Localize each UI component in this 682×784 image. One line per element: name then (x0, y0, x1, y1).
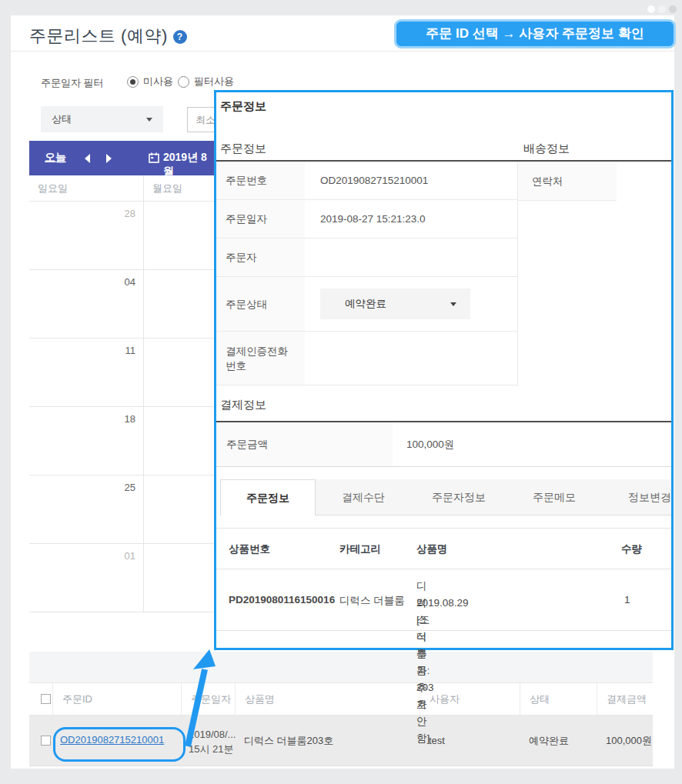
order-table-row: OD2019082715210001 2019/08/...15시 21분 디럭… (29, 716, 653, 766)
calendar-cell[interactable]: 01 (29, 544, 144, 612)
order-product-cell: 디럭스 더블룸203호 (235, 716, 420, 766)
orders-header-id: 주문ID (52, 683, 181, 715)
day-header-sunday: 일요일 (29, 175, 144, 201)
status-select-value: 상태 (52, 113, 72, 125)
info-label: 주문자 (216, 239, 305, 276)
calendar-cell[interactable]: 28 (29, 202, 144, 269)
caret-down-icon (146, 118, 152, 122)
order-amount-row: 주문금액 100,000원 (216, 422, 671, 467)
order-status-select[interactable]: 예약완료 (320, 289, 470, 319)
product-date-line: 2019.08.29 (416, 595, 469, 612)
order-amount-value: 100,000원 (393, 422, 671, 466)
caret-down-icon (450, 302, 456, 306)
chevron-left-icon[interactable] (85, 154, 90, 163)
tab-order-memo[interactable]: 주문메모 (506, 479, 602, 515)
calendar-week-row: 28 (29, 202, 214, 270)
calendar-cell[interactable] (144, 407, 214, 475)
order-amount-cell: 100,000원 (597, 716, 653, 766)
info-label: 주문상태 (216, 277, 305, 331)
title-divider (11, 51, 674, 52)
product-no-cell: PD2019080116150016 (229, 594, 335, 606)
radio-unused[interactable] (127, 76, 139, 88)
order-user-cell: test (420, 716, 520, 766)
calendar-cell[interactable]: 11 (29, 339, 144, 406)
calendar-header-bar: 오늘 2019년 8월 (29, 141, 214, 175)
calendar-cell[interactable] (144, 339, 214, 406)
calendar-week-row: 11 (29, 339, 214, 407)
order-date-line2: 15시 21분 (189, 743, 234, 755)
info-row: 주문상태 예약완료 (216, 277, 517, 332)
info-row: 결제인증전화번호 (216, 332, 517, 385)
chevron-right-icon[interactable] (106, 154, 112, 163)
calendar-cell[interactable]: 04 (29, 270, 144, 338)
order-date-value: 2019-08-27 15:21:23.0 (305, 200, 517, 238)
payment-info-section-title: 결제정보 (220, 398, 266, 412)
calendar-cell[interactable] (144, 270, 214, 338)
info-row: 주문번호 OD2019082715210001 (216, 162, 517, 200)
radio-use-filter-label: 필터사용 (194, 75, 234, 88)
calendar-cell[interactable]: 18 (29, 407, 144, 475)
orders-table-header: 주문ID 주문일자 상품명 사용자 상태 결제금액 (29, 682, 653, 716)
row-checkbox[interactable] (41, 736, 51, 746)
date-filter-radios: 미사용 필터사용 (127, 75, 234, 88)
product-no-header: 상품번호 (229, 529, 270, 570)
callout-banner: 주문 ID 선택 → 사용자 주문정보 확인 (394, 19, 676, 48)
window-dot-icon (647, 5, 655, 13)
calendar-date: 18 (125, 413, 135, 425)
window-dot-icon (658, 5, 666, 13)
day-header-monday: 월요일 (144, 175, 214, 201)
popup-title: 주문정보 (220, 99, 266, 114)
info-row: 주문일자 2019-08-27 15:21:23.0 (216, 200, 517, 239)
calendar-month-label[interactable]: 2019년 8월 (163, 151, 214, 178)
select-all-checkbox[interactable] (41, 694, 51, 704)
delivery-info-column: 연락처 (517, 162, 671, 386)
page-title-text: 주문리스트 (예약) (29, 26, 168, 45)
calendar-cell[interactable]: 25 (29, 475, 144, 543)
calendar-icon (149, 152, 159, 163)
calendar-date: 25 (125, 482, 135, 493)
quantity-header: 수량 (621, 529, 642, 570)
tab-payment-method[interactable]: 결제수단 (316, 479, 411, 515)
orderer-value (305, 239, 517, 276)
info-label: 주문일자 (216, 200, 305, 238)
popup-tabs: 주문정보 결제수단 주문자정보 주문메모 정보변경 (216, 479, 671, 515)
calendar-cell[interactable] (144, 475, 214, 543)
date-filter-label: 주문일자 필터 (41, 76, 104, 90)
order-status-value: 예약완료 (345, 298, 386, 309)
tab-orderer-info[interactable]: 주문자정보 (411, 479, 506, 515)
status-select[interactable]: 상태 (41, 106, 163, 132)
window-dots (647, 5, 677, 13)
order-id-link[interactable]: OD2019082715210001 (60, 734, 164, 746)
order-info-section-title: 주문정보 (220, 142, 266, 156)
window-dot-icon (669, 5, 677, 13)
calendar: 오늘 2019년 8월 일요일 월요일 28 04 11 (29, 141, 214, 612)
category-cell: 디럭스 더블룸 (339, 594, 405, 608)
calendar-week-row: 04 (29, 270, 214, 339)
calendar-week-row: 01 (29, 544, 214, 612)
order-status-cell: 예약완료 (520, 716, 597, 766)
info-row: 주문자 (216, 239, 517, 277)
tab-info-change[interactable]: 정보변경 (602, 479, 671, 515)
orders-header-status: 상태 (520, 683, 597, 715)
orders-toolbar (29, 652, 653, 682)
order-date-cell: 2019/08/...15시 21분 (181, 716, 235, 766)
order-info-table: 주문번호 OD2019082715210001 주문일자 2019-08-27 … (216, 162, 517, 385)
help-icon[interactable]: ? (173, 30, 187, 44)
calendar-week-row: 18 (29, 407, 214, 475)
calendar-date: 04 (125, 276, 135, 288)
orders-header-user: 사용자 (420, 683, 520, 715)
info-label: 결제인증전화번호 (216, 332, 305, 385)
calendar-day-headers: 일요일 월요일 (29, 175, 214, 202)
quantity-cell: 1 (624, 594, 630, 606)
contact-label: 연락처 (518, 162, 617, 201)
order-number-value: OD2019082715210001 (305, 162, 517, 199)
calendar-cell[interactable] (144, 544, 214, 612)
today-button[interactable]: 오늘 (45, 151, 66, 165)
radio-use-filter[interactable] (178, 76, 189, 88)
calendar-date: 28 (125, 208, 135, 219)
tab-order-info[interactable]: 주문정보 (220, 479, 316, 515)
order-amount-label: 주문금액 (216, 422, 393, 466)
calendar-cell[interactable] (144, 202, 214, 269)
order-status-cell: 예약완료 (305, 277, 517, 331)
product-name-header: 상품명 (416, 529, 448, 570)
